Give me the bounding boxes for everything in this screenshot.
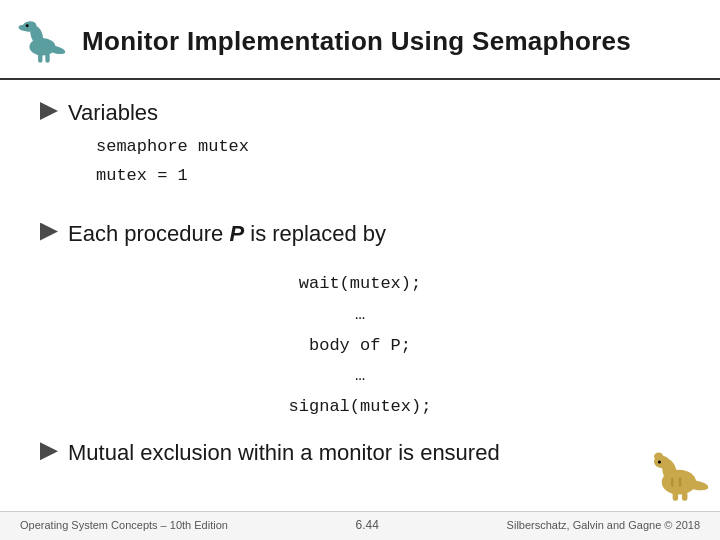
bullet-icon-1 xyxy=(40,102,58,120)
page-title: Monitor Implementation Using Semaphores xyxy=(82,26,631,57)
procedure-P: P xyxy=(229,221,244,246)
slide-content: Variables semaphore mutex mutex = 1 Each… xyxy=(0,80,720,511)
code-ellipsis-2: … xyxy=(40,361,680,392)
dino-header-icon xyxy=(12,12,70,70)
bullet-icon-3 xyxy=(40,442,58,460)
code-ellipsis-1: … xyxy=(40,300,680,331)
code-body-of-p: body of P; xyxy=(40,331,680,362)
bullet-label-mutual: Mutual exclusion within a monitor is ens… xyxy=(68,438,500,469)
code-procedure: wait(mutex); … body of P; … signal(mutex… xyxy=(40,269,680,422)
bullet-icon-2 xyxy=(40,223,58,241)
svg-rect-14 xyxy=(673,492,678,501)
svg-rect-5 xyxy=(38,53,42,63)
slide-header: Monitor Implementation Using Semaphores xyxy=(0,0,720,80)
bullet-mutual: Mutual exclusion within a monitor is ens… xyxy=(40,438,680,469)
footer-copyright: Silberschatz, Galvin and Gagne © 2018 xyxy=(507,519,700,531)
svg-point-12 xyxy=(654,453,663,461)
bullet-label-variables: Variables xyxy=(68,100,158,125)
code-signal: signal(mutex); xyxy=(40,392,680,423)
bullet-variables: Variables semaphore mutex mutex = 1 xyxy=(40,98,680,205)
slide: Monitor Implementation Using Semaphores … xyxy=(0,0,720,540)
svg-point-18 xyxy=(658,460,661,463)
code-variables: semaphore mutex mutex = 1 xyxy=(96,133,249,191)
bullet-label-procedure: Each procedure P is replaced by xyxy=(68,221,386,246)
svg-rect-15 xyxy=(682,492,687,501)
slide-footer: Operating System Concepts – 10th Edition… xyxy=(0,511,720,540)
code-line-1: semaphore mutex xyxy=(96,133,249,162)
svg-rect-6 xyxy=(45,53,49,63)
footer-page: 6.44 xyxy=(356,518,379,532)
svg-rect-17 xyxy=(679,478,681,487)
svg-rect-16 xyxy=(671,478,673,487)
code-line-2: mutex = 1 xyxy=(96,162,249,191)
svg-point-8 xyxy=(26,24,29,27)
dino-footer-icon xyxy=(640,444,710,504)
bullet-procedure: Each procedure P is replaced by xyxy=(40,219,680,250)
footer-edition: Operating System Concepts – 10th Edition xyxy=(20,519,228,531)
code-wait: wait(mutex); xyxy=(40,269,680,300)
